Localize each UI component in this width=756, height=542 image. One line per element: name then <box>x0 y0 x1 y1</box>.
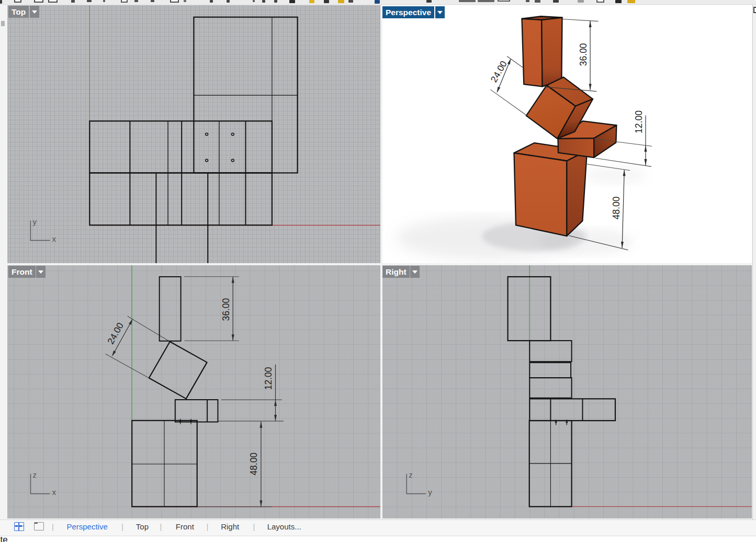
svg-text:48.00: 48.00 <box>249 452 259 475</box>
svg-text:48.00: 48.00 <box>611 196 622 219</box>
svg-text:x: x <box>52 487 57 496</box>
svg-text:z: z <box>409 470 413 479</box>
svg-text:36.00: 36.00 <box>221 298 231 321</box>
svg-text:x: x <box>52 234 56 243</box>
svg-text:12.00: 12.00 <box>263 367 274 390</box>
svg-text:z: z <box>33 470 37 479</box>
svg-text:y: y <box>32 217 37 226</box>
svg-text:36.00: 36.00 <box>578 43 589 66</box>
svg-text:12.00: 12.00 <box>634 110 644 133</box>
svg-text:y: y <box>428 487 432 496</box>
